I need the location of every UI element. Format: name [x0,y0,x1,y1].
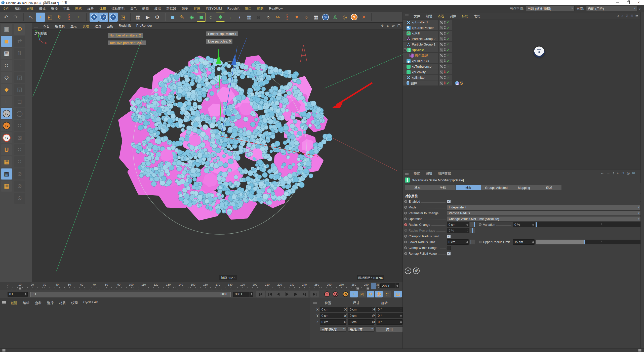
motion-path-icon[interactable]: ↪ [273,13,282,22]
render-dot-icon[interactable] [444,67,446,68]
maximize-view-icon[interactable]: ❐ [397,24,400,28]
enabled-check-icon[interactable]: ✓ [447,81,450,85]
menu-运动图形[interactable]: 运动图形 [109,6,127,11]
node-space-select[interactable]: 当前 (标准/物理)˅ [526,6,575,11]
render-dot-icon[interactable] [444,33,446,35]
om-menu-对象[interactable]: 对象 [447,14,459,18]
add-panel-icon[interactable]: ⊞ [630,14,633,18]
object-item-xpKill[interactable]: ∅xpKill [403,31,438,35]
object-item-xpCirclePacker[interactable]: xpCirclePacker [403,26,438,30]
spinner-arrows-icon[interactable] [465,222,469,227]
visibility-dots[interactable] [444,43,446,46]
snap-3d-icon[interactable]: S [1,120,12,131]
menu-模拟[interactable]: 模拟 [151,6,164,11]
drop-to-floor-icon[interactable]: ▼ [292,13,301,22]
visibility-dots[interactable] [444,65,446,68]
editor-dot-icon[interactable] [444,65,446,66]
timeline-marker[interactable] [367,287,369,290]
range-end-field[interactable]: 300 F [233,292,253,297]
enabled-check-icon[interactable]: ✓ [447,48,450,52]
timeline-marker[interactable] [19,287,21,290]
spinner-arrows-icon[interactable] [399,307,403,312]
search-icon[interactable]: ⌕ [617,171,619,175]
live-selection-icon[interactable]: ↖ [26,13,35,22]
spinner-arrows-icon[interactable] [465,240,469,244]
target-icon[interactable]: ◎ [627,171,630,175]
rotate-tool-icon[interactable]: ↻ [55,13,64,22]
cage-deformer-icon[interactable]: ◌ [206,13,215,22]
timeline-playhead[interactable] [371,283,376,289]
forward-icon[interactable]: → [607,171,610,175]
material-menu-icon[interactable] [2,301,6,304]
object-item-Particle Group 2[interactable]: Particle Group 2 [403,37,438,41]
enabled-check-icon[interactable]: ✓ [447,37,450,41]
attribute-menu-icon[interactable] [405,172,409,174]
visibility-toggle-icon[interactable] [440,59,443,63]
spinner-arrows-icon[interactable] [531,240,535,244]
status-menu-icon[interactable] [3,349,6,351]
home-icon[interactable]: ⌂ [621,14,623,18]
object-item-xpScale[interactable]: −xpScale [403,48,438,52]
y-axis-lock-icon[interactable]: Y [99,13,108,22]
lock-workplane-icon[interactable]: ▩ [1,168,12,180]
instance-icon[interactable]: → [225,13,234,22]
vp-menu-面板[interactable]: 面板 [104,24,116,28]
magnet-icon[interactable]: U [1,144,12,155]
param-checkbox[interactable] [447,200,451,204]
mini-slider[interactable] [470,228,475,233]
menu-选择[interactable]: 选择 [48,6,60,11]
keyframe-radio-icon[interactable] [404,252,407,255]
xparticles-icon[interactable]: ✕ [359,13,368,22]
filter-icon[interactable]: ▽ [626,14,628,18]
camera-icon[interactable]: ◙ [254,13,263,22]
visibility-toggle-icon[interactable] [440,26,443,29]
redo-icon[interactable]: ↷ [11,13,20,22]
render-dot-icon[interactable] [444,61,446,62]
viewport-canvas[interactable]: 透视视图 Number of emitters: 2 Total live pa… [32,29,403,282]
spinner-arrows-icon[interactable] [399,320,403,324]
editor-dot-icon[interactable] [444,70,446,72]
object-item-着色器域[interactable]: 着色器域 [403,53,438,58]
mini-slider[interactable] [470,240,475,244]
goto-start-button[interactable] [256,291,265,297]
vp-menu-Redshift[interactable]: Redshift [116,24,134,28]
menu-模式[interactable]: 模式 [36,6,48,11]
keyframe-radio-icon[interactable] [479,241,481,243]
sound-icon[interactable]: S [350,13,359,22]
om-menu-书签[interactable]: 书签 [471,14,483,18]
key-scale-button[interactable]: ◰ [358,291,366,297]
render-dot-icon[interactable] [444,22,446,24]
visibility-toggle-icon[interactable] [440,43,443,46]
undo-icon[interactable]: ↶ [2,13,11,22]
coordinate-system-icon[interactable]: ◳ [118,13,127,22]
search-icon[interactable]: ⌕ [617,14,619,18]
editor-dot-icon[interactable] [444,37,446,38]
keyframe-radio-icon[interactable] [404,241,407,243]
visibility-toggle-icon[interactable] [440,21,443,24]
visibility-dots[interactable] [444,54,446,57]
enabled-check-icon[interactable]: ✓ [447,70,450,74]
visibility-dots[interactable] [444,21,446,24]
light-icon[interactable]: ○ [264,13,273,22]
editor-dot-icon[interactable] [444,21,446,22]
minimize-button[interactable]: — [612,0,623,5]
editor-dot-icon[interactable] [444,26,446,27]
preview-range-slider[interactable]: 0 F 300 F [30,292,231,297]
tab-衰减[interactable]: 衰减 [536,185,562,190]
keyframe-radio-icon[interactable] [479,223,481,226]
help-button[interactable]: ? [405,268,411,274]
timeline-ruler[interactable]: 0102030405060708090100110120130140150160… [0,282,403,290]
visibility-toggle-icon[interactable] [440,81,443,85]
keyframe-radio-icon[interactable] [404,229,407,232]
mat-menu-选择[interactable]: 选择 [44,300,56,305]
render-dot-icon[interactable] [444,83,446,84]
menu-INSYDIUM[interactable]: INSYDIUM [203,7,225,10]
visibility-toggle-icon[interactable] [440,54,443,57]
visibility-dots[interactable] [444,26,446,29]
keyframe-radio-icon[interactable] [404,200,407,203]
menu-网格[interactable]: 网格 [72,6,85,11]
back-icon[interactable]: ← [600,171,604,175]
range-start-field[interactable]: 0 F [8,292,28,297]
generator-icon[interactable]: ◼ [197,13,206,22]
visibility-toggle-icon[interactable] [440,37,443,40]
